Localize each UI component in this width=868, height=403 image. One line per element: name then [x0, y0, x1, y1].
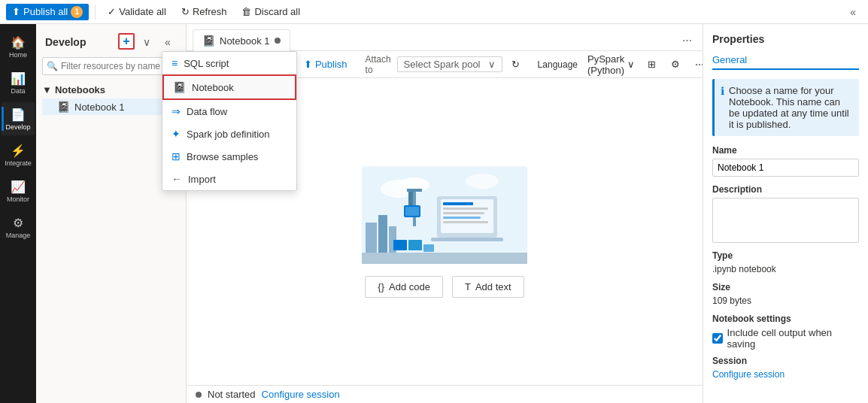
- svg-rect-14: [431, 238, 503, 241]
- illustration-svg: [362, 166, 527, 264]
- general-tab[interactable]: General: [712, 54, 859, 70]
- validate-all-button[interactable]: ✓ Validate all: [102, 4, 172, 20]
- sidebar-item-monitor[interactable]: 📈 Monitor: [2, 174, 35, 208]
- spark-pool-placeholder: Select Spark pool: [404, 59, 485, 70]
- unsaved-indicator: [275, 38, 281, 44]
- session-label: Session: [712, 356, 859, 366]
- type-label: Type: [712, 250, 859, 261]
- sidebar-item-data[interactable]: 📊 Data: [2, 66, 35, 99]
- spark-pool-selector[interactable]: Select Spark pool ∨: [397, 56, 502, 72]
- svg-point-3: [466, 174, 499, 189]
- publish-all-button[interactable]: ⬆ Publish all 1: [6, 4, 89, 20]
- svg-rect-16: [407, 189, 422, 192]
- status-dot: [196, 392, 202, 398]
- sidebar-item-integrate[interactable]: ⚡ Integrate: [2, 138, 35, 171]
- add-buttons: {} Add code T Add text: [365, 276, 524, 298]
- refresh-button[interactable]: ↻ Refresh: [175, 4, 233, 20]
- publish-all-label: Publish all: [23, 6, 68, 17]
- refresh-session-button[interactable]: ↻: [505, 56, 526, 72]
- add-text-label: Add text: [475, 281, 511, 292]
- configure-session-link[interactable]: Configure session: [262, 389, 340, 400]
- sidebar-item-manage[interactable]: ⚙ Manage: [2, 211, 35, 244]
- svg-rect-17: [408, 192, 413, 207]
- chevron-down-button[interactable]: ∨: [138, 33, 156, 51]
- svg-rect-10: [443, 208, 488, 210]
- manage-label: Manage: [6, 232, 31, 239]
- cell-output-checkbox[interactable]: [712, 333, 723, 344]
- notebook-tab-label: Notebook 1: [220, 35, 270, 47]
- notebook-illustration: {} Add code T Add text: [347, 151, 542, 313]
- develop-label: Develop: [5, 123, 30, 131]
- notebook-menu-label: Notebook: [192, 82, 234, 93]
- discard-all-button[interactable]: 🗑 Discard all: [235, 4, 306, 20]
- spark-job-icon: ✦: [171, 128, 181, 140]
- properties-panel: Properties General ℹ Choose a name for y…: [703, 24, 868, 403]
- triangle-icon: ▼: [42, 84, 52, 95]
- notebook-settings-label: Notebook settings: [712, 314, 859, 324]
- notebook1-tab[interactable]: 📓 Notebook 1: [193, 29, 290, 51]
- svg-rect-13: [443, 221, 488, 223]
- collapse-panel-button[interactable]: «: [159, 33, 177, 51]
- dropdown-item-notebook[interactable]: 📓 Notebook: [162, 74, 296, 100]
- more-options-button[interactable]: ⋯: [689, 56, 703, 72]
- configure-session-properties-link[interactable]: Configure session: [712, 369, 859, 380]
- svg-rect-19: [405, 207, 419, 216]
- sidebar-item-home[interactable]: 🏠 Home: [2, 30, 35, 63]
- add-code-button[interactable]: {} Add code: [365, 276, 443, 298]
- add-code-label: Add code: [389, 281, 430, 292]
- collapse-topbar-button[interactable]: «: [844, 4, 862, 20]
- sidebar-item-develop[interactable]: 📄 Develop: [2, 102, 35, 135]
- manage-icon: ⚙: [13, 216, 23, 230]
- spark-job-label: Spark job definition: [187, 129, 270, 140]
- language-selector[interactable]: PySpark (Python) ∨: [584, 51, 639, 78]
- dropdown-item-import[interactable]: ← Import: [162, 168, 296, 190]
- dropdown-item-data-flow[interactable]: ⇒ Data flow: [162, 100, 296, 123]
- tabs-more-button[interactable]: ⋯: [678, 30, 697, 50]
- notebook-tab-icon: 📓: [202, 35, 215, 47]
- name-field[interactable]: [712, 159, 859, 177]
- notebooks-tree-header[interactable]: ▼ Notebooks: [42, 81, 180, 98]
- notebook-file-icon: 📓: [57, 101, 70, 113]
- publish-badge: 1: [71, 6, 83, 18]
- monitor-icon: 📈: [11, 180, 26, 194]
- search-icon: 🔍: [47, 61, 58, 71]
- settings-button[interactable]: ⚙: [665, 56, 686, 72]
- browse-samples-label: Browse samples: [187, 151, 258, 162]
- search-input[interactable]: [42, 57, 180, 75]
- refresh-icon: ↻: [181, 6, 190, 17]
- attach-to-label: Attach to: [363, 54, 394, 75]
- dropdown-item-browse-samples[interactable]: ⊞ Browse samples: [162, 145, 296, 168]
- new-resource-button[interactable]: +: [118, 33, 135, 50]
- status-label: Not started: [208, 389, 256, 400]
- nav-sidebar: 🏠 Home 📊 Data 📄 Develop ⚡ Integrate 📈 Mo…: [0, 24, 36, 403]
- svg-rect-4: [366, 223, 377, 256]
- svg-rect-5: [378, 215, 387, 256]
- data-flow-label: Data flow: [187, 106, 227, 117]
- monitor-label: Monitor: [7, 195, 29, 203]
- code-icon: {}: [378, 281, 384, 292]
- properties-button[interactable]: ⊞: [642, 56, 662, 72]
- integrate-label: Integrate: [5, 159, 32, 167]
- refresh-label: Refresh: [193, 6, 227, 17]
- develop-title: Develop: [45, 36, 86, 48]
- cell-output-label: Include cell output when saving: [727, 327, 859, 350]
- home-icon: 🏠: [11, 35, 26, 50]
- notebook1-label: Notebook 1: [74, 102, 125, 113]
- language-dropdown-icon: ∨: [627, 59, 635, 70]
- description-field[interactable]: [712, 198, 859, 243]
- new-resource-dropdown: ≡ SQL script 📓 Notebook ⇒ Data flow ✦ Sp…: [162, 51, 297, 191]
- dropdown-item-spark-job[interactable]: ✦ Spark job definition: [162, 123, 296, 145]
- dropdown-arrow-icon: ∨: [488, 59, 496, 70]
- develop-icon: 📄: [11, 108, 26, 122]
- search-container: 🔍: [42, 57, 180, 75]
- svg-rect-9: [443, 202, 473, 205]
- notebook1-tree-item[interactable]: 📓 Notebook 1: [42, 98, 180, 115]
- description-field-label: Description: [712, 184, 859, 195]
- cell-output-row: Include cell output when saving: [712, 327, 859, 350]
- publish-up-icon: ⬆: [304, 59, 312, 70]
- publish-button[interactable]: ⬆ Publish: [298, 56, 354, 72]
- sql-script-icon: ≡: [171, 57, 178, 69]
- trash-icon: 🗑: [241, 6, 251, 17]
- dropdown-item-sql-script[interactable]: ≡ SQL script: [162, 52, 296, 74]
- add-text-button[interactable]: T Add text: [452, 276, 524, 298]
